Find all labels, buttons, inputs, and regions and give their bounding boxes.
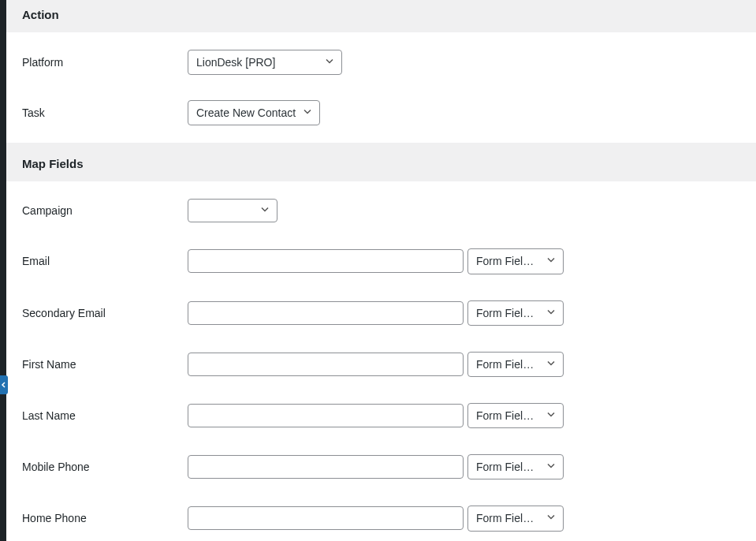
form-fields-select[interactable]: Form Fields... [467,403,564,428]
action-section-body: Platform LionDesk [PRO] Task Create New … [6,32,756,143]
platform-row: Platform LionDesk [PRO] [22,50,740,75]
main-content: Action Platform LionDesk [PRO] Task Crea… [6,0,756,541]
map-field-input[interactable] [188,249,464,273]
task-row: Task Create New Contact [22,100,740,125]
map-field-row: Mobile Phone Form Fields... [22,454,740,479]
form-fields-select-value: Form Fields... [467,403,564,428]
map-field-row: First Name Form Fields... [22,352,740,377]
map-field-input[interactable] [188,404,464,427]
map-field-row: Email Form Fields... [22,248,740,274]
action-title: Action [22,8,59,21]
form-fields-select-value: Form Fields... [467,352,564,377]
form-fields-select-value: Form Fields... [467,300,564,326]
chevron-left-icon [1,382,7,388]
form-fields-select[interactable]: Form Fields... [467,454,564,479]
map-fields-title: Map Fields [22,157,84,170]
map-field-label: Home Phone [22,512,188,524]
form-fields-select[interactable]: Form Fields... [467,248,564,274]
form-fields-select-value: Form Fields... [467,248,564,274]
form-fields-select-value: Form Fields... [467,506,564,531]
map-fields-section-header: Map Fields [6,143,756,181]
platform-select[interactable]: LionDesk [PRO] [188,50,342,75]
map-field-row: Last Name Form Fields... [22,403,740,428]
map-fields-section-body: Campaign Email Form Fields... Secondary … [6,181,756,541]
map-field-input[interactable] [188,353,464,376]
campaign-select[interactable] [188,199,277,222]
form-fields-select[interactable]: Form Fields... [467,300,564,326]
map-field-label: Mobile Phone [22,461,188,473]
map-field-row: Home Phone Form Fields... [22,506,740,531]
map-field-row: Secondary Email Form Fields... [22,300,740,326]
form-fields-select-value: Form Fields... [467,454,564,479]
task-label: Task [22,106,188,119]
campaign-row: Campaign [22,199,740,222]
sidebar-collapse-toggle[interactable] [0,375,8,394]
map-field-input[interactable] [188,506,464,530]
task-select[interactable]: Create New Contact [188,100,320,125]
admin-sidebar [0,0,6,541]
campaign-select-value [188,199,277,222]
map-field-label: Last Name [22,409,188,422]
map-field-label: First Name [22,358,188,371]
action-section-header: Action [6,0,756,32]
platform-label: Platform [22,56,188,69]
form-fields-select[interactable]: Form Fields... [467,506,564,531]
campaign-label: Campaign [22,204,188,217]
platform-select-value: LionDesk [PRO] [188,50,342,75]
map-field-input[interactable] [188,301,464,325]
map-field-input[interactable] [188,455,464,479]
map-field-label: Secondary Email [22,307,188,319]
map-field-label: Email [22,255,188,267]
task-select-value: Create New Contact [188,100,320,125]
form-fields-select[interactable]: Form Fields... [467,352,564,377]
